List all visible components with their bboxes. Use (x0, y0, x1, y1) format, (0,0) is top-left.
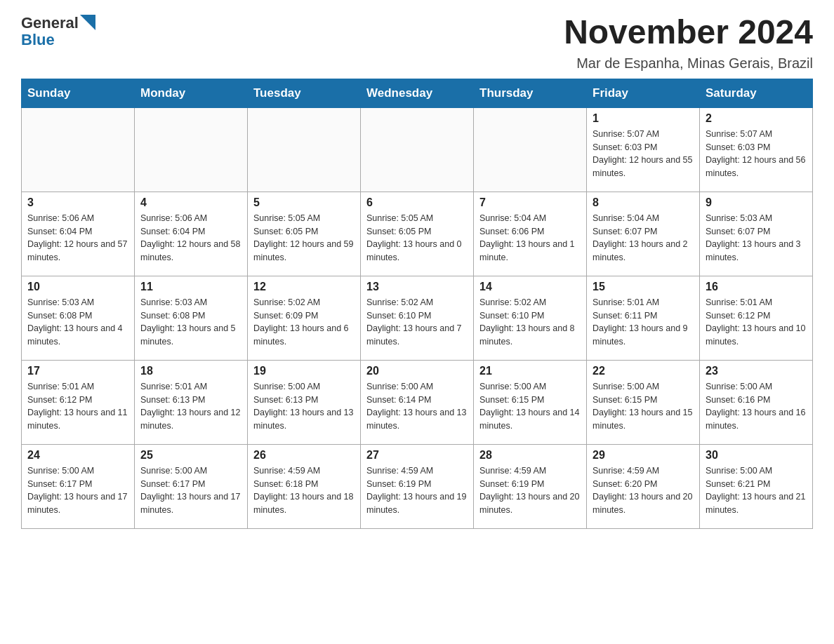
header-cell-thursday: Thursday (474, 79, 587, 107)
header-cell-sunday: Sunday (22, 79, 135, 107)
day-number: 23 (706, 365, 807, 377)
day-info: Sunrise: 5:06 AM Sunset: 6:04 PM Dayligh… (140, 212, 241, 264)
day-info: Sunrise: 4:59 AM Sunset: 6:20 PM Dayligh… (593, 464, 694, 517)
day-number: 1 (593, 112, 694, 125)
calendar-cell: 10Sunrise: 5:03 AM Sunset: 6:08 PM Dayli… (22, 276, 135, 360)
day-number: 11 (140, 281, 241, 293)
day-info: Sunrise: 5:07 AM Sunset: 6:03 PM Dayligh… (593, 128, 694, 180)
day-info: Sunrise: 4:59 AM Sunset: 6:19 PM Dayligh… (479, 464, 581, 517)
calendar-cell: 22Sunrise: 5:00 AM Sunset: 6:15 PM Dayli… (587, 360, 700, 444)
logo-box: General Blue (21, 14, 95, 48)
calendar-cell: 5Sunrise: 5:05 AM Sunset: 6:05 PM Daylig… (248, 192, 361, 276)
day-info: Sunrise: 5:00 AM Sunset: 6:15 PM Dayligh… (593, 380, 694, 433)
calendar-cell: 19Sunrise: 5:00 AM Sunset: 6:13 PM Dayli… (248, 360, 361, 444)
day-info: Sunrise: 5:05 AM Sunset: 6:05 PM Dayligh… (366, 212, 468, 264)
day-number: 24 (27, 449, 128, 462)
day-number: 21 (479, 365, 581, 377)
day-info: Sunrise: 5:02 AM Sunset: 6:09 PM Dayligh… (253, 296, 355, 349)
header-cell-saturday: Saturday (700, 79, 813, 107)
logo-top-row: General (21, 14, 95, 32)
day-info: Sunrise: 4:59 AM Sunset: 6:19 PM Dayligh… (366, 464, 468, 517)
calendar-week-row: 10Sunrise: 5:03 AM Sunset: 6:08 PM Dayli… (22, 276, 813, 360)
calendar-cell: 20Sunrise: 5:00 AM Sunset: 6:14 PM Dayli… (361, 360, 474, 444)
logo-general-text: General (21, 14, 79, 32)
calendar-subtitle: Mar de Espanha, Minas Gerais, Brazil (564, 55, 813, 72)
day-number: 19 (253, 365, 355, 377)
calendar-cell (474, 107, 587, 192)
day-info: Sunrise: 5:01 AM Sunset: 6:12 PM Dayligh… (706, 296, 807, 349)
calendar-week-row: 3Sunrise: 5:06 AM Sunset: 6:04 PM Daylig… (22, 192, 813, 276)
header: General Blue November 2024 Mar de Espanh… (21, 14, 813, 72)
day-number: 12 (253, 281, 355, 293)
day-info: Sunrise: 5:02 AM Sunset: 6:10 PM Dayligh… (366, 296, 468, 349)
day-number: 9 (706, 196, 807, 209)
day-info: Sunrise: 5:00 AM Sunset: 6:17 PM Dayligh… (27, 464, 128, 517)
day-number: 5 (253, 196, 355, 209)
calendar-cell: 17Sunrise: 5:01 AM Sunset: 6:12 PM Dayli… (22, 360, 135, 444)
calendar-cell: 7Sunrise: 5:04 AM Sunset: 6:06 PM Daylig… (474, 192, 587, 276)
calendar-cell: 1Sunrise: 5:07 AM Sunset: 6:03 PM Daylig… (587, 107, 700, 192)
day-number: 3 (27, 196, 128, 209)
header-cell-friday: Friday (587, 79, 700, 107)
logo: General Blue (21, 14, 95, 48)
calendar-cell: 28Sunrise: 4:59 AM Sunset: 6:19 PM Dayli… (474, 444, 587, 528)
calendar-cell: 23Sunrise: 5:00 AM Sunset: 6:16 PM Dayli… (700, 360, 813, 444)
day-number: 16 (706, 281, 807, 293)
calendar-cell (135, 107, 248, 192)
day-number: 4 (140, 196, 241, 209)
logo-blue-text: Blue (21, 32, 55, 48)
header-cell-wednesday: Wednesday (361, 79, 474, 107)
calendar-cell: 2Sunrise: 5:07 AM Sunset: 6:03 PM Daylig… (700, 107, 813, 192)
header-cell-monday: Monday (135, 79, 248, 107)
calendar-week-row: 17Sunrise: 5:01 AM Sunset: 6:12 PM Dayli… (22, 360, 813, 444)
day-info: Sunrise: 5:00 AM Sunset: 6:17 PM Dayligh… (140, 464, 241, 517)
day-info: Sunrise: 5:05 AM Sunset: 6:05 PM Dayligh… (253, 212, 355, 264)
calendar-week-row: 24Sunrise: 5:00 AM Sunset: 6:17 PM Dayli… (22, 444, 813, 528)
calendar-cell: 18Sunrise: 5:01 AM Sunset: 6:13 PM Dayli… (135, 360, 248, 444)
day-number: 15 (593, 281, 694, 293)
day-number: 17 (27, 365, 128, 377)
calendar-cell: 13Sunrise: 5:02 AM Sunset: 6:10 PM Dayli… (361, 276, 474, 360)
svg-marker-0 (80, 15, 95, 30)
day-info: Sunrise: 4:59 AM Sunset: 6:18 PM Dayligh… (253, 464, 355, 517)
calendar-cell: 29Sunrise: 4:59 AM Sunset: 6:20 PM Dayli… (587, 444, 700, 528)
day-number: 30 (706, 449, 807, 462)
day-info: Sunrise: 5:01 AM Sunset: 6:11 PM Dayligh… (593, 296, 694, 349)
calendar-week-row: 1Sunrise: 5:07 AM Sunset: 6:03 PM Daylig… (22, 107, 813, 192)
title-area: November 2024 Mar de Espanha, Minas Gera… (564, 14, 813, 72)
day-number: 6 (366, 196, 468, 209)
day-number: 28 (479, 449, 581, 462)
day-number: 22 (593, 365, 694, 377)
calendar-cell: 11Sunrise: 5:03 AM Sunset: 6:08 PM Dayli… (135, 276, 248, 360)
day-info: Sunrise: 5:03 AM Sunset: 6:07 PM Dayligh… (706, 212, 807, 264)
calendar-header-row: SundayMondayTuesdayWednesdayThursdayFrid… (22, 79, 813, 107)
day-info: Sunrise: 5:06 AM Sunset: 6:04 PM Dayligh… (27, 212, 128, 264)
day-info: Sunrise: 5:00 AM Sunset: 6:15 PM Dayligh… (479, 380, 581, 433)
day-info: Sunrise: 5:01 AM Sunset: 6:12 PM Dayligh… (27, 380, 128, 433)
calendar-cell: 3Sunrise: 5:06 AM Sunset: 6:04 PM Daylig… (22, 192, 135, 276)
day-number: 7 (479, 196, 581, 209)
day-info: Sunrise: 5:07 AM Sunset: 6:03 PM Dayligh… (706, 128, 807, 180)
logo-triangle-icon (80, 15, 95, 30)
day-number: 2 (706, 112, 807, 125)
header-cell-tuesday: Tuesday (248, 79, 361, 107)
day-number: 8 (593, 196, 694, 209)
calendar-cell: 26Sunrise: 4:59 AM Sunset: 6:18 PM Dayli… (248, 444, 361, 528)
day-number: 25 (140, 449, 241, 462)
calendar-cell (22, 107, 135, 192)
day-number: 18 (140, 365, 241, 377)
calendar-table: SundayMondayTuesdayWednesdayThursdayFrid… (21, 79, 813, 529)
calendar-cell: 8Sunrise: 5:04 AM Sunset: 6:07 PM Daylig… (587, 192, 700, 276)
calendar-cell: 15Sunrise: 5:01 AM Sunset: 6:11 PM Dayli… (587, 276, 700, 360)
day-info: Sunrise: 5:03 AM Sunset: 6:08 PM Dayligh… (140, 296, 241, 349)
calendar-cell (361, 107, 474, 192)
day-number: 14 (479, 281, 581, 293)
day-info: Sunrise: 5:00 AM Sunset: 6:14 PM Dayligh… (366, 380, 468, 433)
day-info: Sunrise: 5:04 AM Sunset: 6:07 PM Dayligh… (593, 212, 694, 264)
day-info: Sunrise: 5:01 AM Sunset: 6:13 PM Dayligh… (140, 380, 241, 433)
calendar-cell: 27Sunrise: 4:59 AM Sunset: 6:19 PM Dayli… (361, 444, 474, 528)
calendar-cell (248, 107, 361, 192)
calendar-cell: 30Sunrise: 5:00 AM Sunset: 6:21 PM Dayli… (700, 444, 813, 528)
calendar-cell: 16Sunrise: 5:01 AM Sunset: 6:12 PM Dayli… (700, 276, 813, 360)
day-number: 10 (27, 281, 128, 293)
